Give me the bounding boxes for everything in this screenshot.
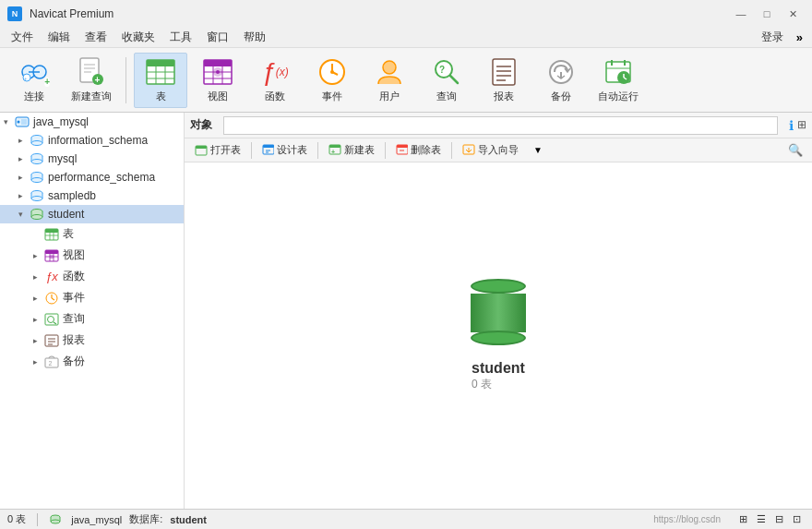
toolbar-schedule-label: 自动运行 bbox=[598, 90, 639, 103]
db-icon-perf bbox=[30, 171, 44, 184]
toolbar-function-label: 函数 bbox=[265, 90, 285, 103]
open-table-icon bbox=[195, 145, 208, 156]
function-icon: ƒ(x) bbox=[259, 57, 291, 87]
toolbar-function[interactable]: ƒ(x) 函数 bbox=[248, 53, 302, 108]
func-icon-tree: ƒx bbox=[44, 270, 59, 283]
sidebar-student-func[interactable]: ▸ ƒx 函数 bbox=[0, 266, 184, 287]
status-table-count: 0 表 bbox=[7, 512, 26, 526]
toolbar: + + 连接 + 新建查询 bbox=[0, 48, 812, 113]
expand-icon[interactable]: » bbox=[791, 29, 808, 46]
object-search-input[interactable] bbox=[223, 116, 778, 135]
sidebar-student-report[interactable]: ▸ 报表 bbox=[0, 330, 184, 351]
view-mode-buttons: ⊞ ☰ ⊟ ⊡ bbox=[735, 511, 805, 527]
close-button[interactable]: ✕ bbox=[781, 5, 805, 23]
toolbar-user-label: 用户 bbox=[379, 90, 400, 103]
svg-point-56 bbox=[31, 141, 42, 146]
status-url-hint: https://blog.csdn bbox=[653, 514, 721, 524]
design-table-button[interactable]: 设计表 bbox=[256, 140, 314, 160]
menu-edit[interactable]: 编辑 bbox=[41, 28, 78, 47]
new-table-label: 新建表 bbox=[344, 143, 375, 157]
toolbar-backup[interactable]: 备份 bbox=[534, 53, 588, 108]
toolbar-table[interactable]: 表 bbox=[134, 53, 187, 108]
user-icon bbox=[374, 57, 405, 87]
tree-arrow-root: ▾ bbox=[4, 117, 15, 126]
toolbar-event[interactable]: 事件 bbox=[305, 53, 359, 108]
login-button[interactable]: 登录 bbox=[754, 28, 791, 47]
query-icon-tree bbox=[44, 313, 59, 326]
svg-text:+: + bbox=[331, 149, 335, 155]
minimize-button[interactable]: — bbox=[729, 5, 753, 23]
svg-rect-103 bbox=[263, 145, 274, 148]
object-label: 对象 bbox=[190, 117, 212, 133]
action-sep-3 bbox=[385, 142, 386, 159]
svg-text:?: ? bbox=[439, 65, 445, 75]
toolbar-schedule[interactable]: 自动运行 bbox=[591, 53, 645, 108]
svg-rect-110 bbox=[397, 145, 408, 148]
maximize-button[interactable]: □ bbox=[755, 5, 779, 23]
toolbar-connect[interactable]: + + 连接 bbox=[7, 53, 61, 108]
toolbar-report[interactable]: 报表 bbox=[477, 53, 531, 108]
delete-table-label: 删除表 bbox=[411, 143, 441, 157]
sidebar-student-func-label: 函数 bbox=[63, 269, 85, 284]
svg-rect-107 bbox=[329, 145, 340, 148]
sidebar-db-information-schema[interactable]: ▸ information_schema bbox=[0, 131, 184, 150]
import-label: 导入向导 bbox=[478, 143, 519, 157]
import-button[interactable]: 导入向导 bbox=[456, 140, 525, 160]
toolbar-view[interactable]: 视图 bbox=[191, 53, 245, 108]
sidebar-student-backup-label: 备份 bbox=[63, 354, 85, 369]
menu-file[interactable]: 文件 bbox=[4, 28, 41, 47]
sidebar-db-perf-label: performance_schema bbox=[48, 171, 155, 184]
view-large-icon[interactable]: ⊞ bbox=[735, 511, 751, 527]
sidebar-root-label: java_mysql bbox=[33, 115, 89, 128]
sidebar-student-view-label: 视图 bbox=[63, 247, 85, 263]
svg-point-61 bbox=[31, 160, 42, 164]
svg-rect-78 bbox=[45, 229, 58, 233]
open-table-button[interactable]: 打开表 bbox=[188, 140, 247, 160]
menu-window[interactable]: 窗口 bbox=[199, 28, 236, 47]
status-connection: java_mysql bbox=[71, 514, 122, 525]
event-icon-tree bbox=[44, 292, 59, 305]
view-list-icon[interactable]: ☰ bbox=[753, 511, 770, 527]
sidebar-student-event[interactable]: ▸ 事件 bbox=[0, 287, 184, 308]
toolbar-new-query[interactable]: + 新建查询 bbox=[65, 53, 118, 108]
new-table-icon: + bbox=[328, 144, 341, 156]
toolbar-user[interactable]: 用户 bbox=[363, 53, 416, 108]
sidebar-student-table[interactable]: ▸ 表 bbox=[0, 223, 184, 245]
schedule-icon bbox=[603, 57, 634, 87]
design-table-label: 设计表 bbox=[277, 143, 307, 157]
view-tile-icon[interactable]: ⊡ bbox=[789, 511, 805, 527]
sidebar-db-mysql[interactable]: ▸ mysql bbox=[0, 150, 184, 168]
delete-table-button[interactable]: 删除表 bbox=[389, 140, 448, 160]
toolbar-new-query-label: 新建查询 bbox=[71, 90, 112, 103]
sidebar-db-student[interactable]: ▾ student bbox=[0, 205, 184, 223]
svg-rect-83 bbox=[45, 250, 58, 254]
svg-text:+: + bbox=[24, 76, 28, 81]
toolbar-connect-label: 连接 bbox=[24, 90, 44, 103]
sidebar-student-view[interactable]: ▸ 视图 bbox=[0, 245, 184, 266]
toolbar-query[interactable]: ? 查询 bbox=[420, 53, 473, 108]
status-db-icon bbox=[49, 514, 62, 525]
menu-tools[interactable]: 工具 bbox=[162, 28, 199, 47]
toolbar-view-label: 视图 bbox=[208, 90, 228, 103]
menu-favorites[interactable]: 收藏夹 bbox=[114, 28, 162, 47]
db-icon-sample bbox=[30, 189, 44, 202]
app-logo: N bbox=[7, 6, 22, 21]
info-circle-icon[interactable]: ℹ bbox=[789, 118, 794, 133]
view-detail-icon[interactable]: ⊟ bbox=[771, 511, 787, 527]
sidebar-root-java-mysql[interactable]: ▾ java_mysql bbox=[0, 113, 184, 131]
action-sep-4 bbox=[451, 142, 452, 159]
sidebar-db-sampledb[interactable]: ▸ sampledb bbox=[0, 186, 184, 205]
sidebar-student-backup[interactable]: ▸ 2 备份 bbox=[0, 351, 184, 372]
search-action-icon[interactable]: 🔍 bbox=[782, 141, 808, 159]
new-table-button[interactable]: + 新建表 bbox=[322, 140, 381, 160]
sidebar-student-query[interactable]: ▸ 查询 bbox=[0, 308, 184, 330]
svg-point-71 bbox=[31, 197, 42, 201]
sidebar-db-performance-schema[interactable]: ▸ performance_schema bbox=[0, 168, 184, 186]
more-actions-icon[interactable]: ▼ bbox=[529, 142, 547, 158]
toolbar-query-label: 查询 bbox=[436, 90, 457, 103]
menu-help[interactable]: 帮助 bbox=[236, 28, 273, 47]
menu-view[interactable]: 查看 bbox=[78, 28, 114, 47]
action-sep-2 bbox=[317, 142, 318, 159]
sidebar-db-sampledb-label: sampledb bbox=[48, 189, 96, 202]
grid-view-icon[interactable]: ⊞ bbox=[797, 118, 806, 133]
